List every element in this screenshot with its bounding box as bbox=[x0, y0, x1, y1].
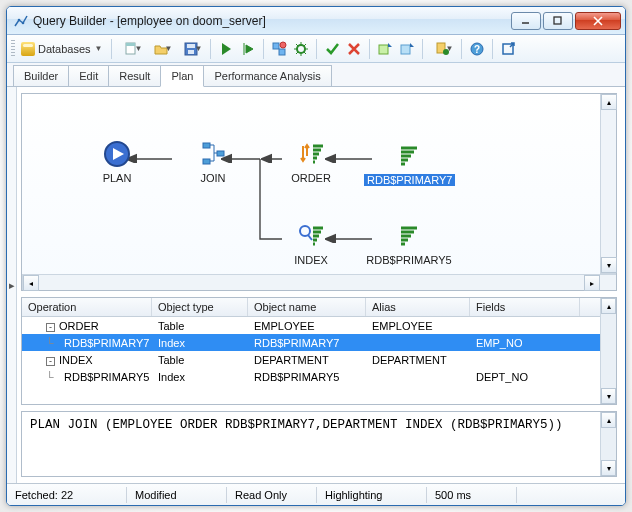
status-readonly: Read Only bbox=[227, 487, 317, 503]
plan-grid: Operation Object type Object name Alias … bbox=[21, 297, 617, 405]
rdbprimary5-node-label: RDB$PRIMARY5 bbox=[364, 254, 454, 266]
run-button[interactable] bbox=[216, 39, 236, 59]
svg-rect-25 bbox=[203, 143, 210, 148]
svg-point-12 bbox=[297, 45, 305, 53]
order-node-label: ORDER bbox=[266, 172, 356, 184]
app-icon bbox=[13, 13, 29, 29]
col-object-name[interactable]: Object name bbox=[248, 298, 366, 316]
plan-node-join[interactable]: JOIN bbox=[168, 140, 258, 184]
vertical-splitter[interactable]: ▸ bbox=[7, 87, 17, 483]
run-current-button[interactable] bbox=[238, 39, 258, 59]
table-row[interactable]: -ORDERTableEMPLOYEEEMPLOYEE bbox=[22, 317, 600, 334]
table-row[interactable]: └ RDB$PRIMARY7IndexRDB$PRIMARY7EMP_NO bbox=[22, 334, 600, 351]
sql-vscrollbar[interactable]: ▴▾ bbox=[600, 412, 616, 476]
svg-rect-9 bbox=[273, 43, 279, 49]
plan-node-plan[interactable]: PLAN bbox=[72, 140, 162, 184]
minimize-button[interactable] bbox=[511, 12, 541, 30]
window-title: Query Builder - [employee on doom_server… bbox=[33, 14, 509, 28]
svg-rect-3 bbox=[554, 17, 561, 24]
svg-point-0 bbox=[18, 18, 21, 21]
databases-dropdown[interactable]: Databases ▼ bbox=[19, 42, 106, 56]
maximize-button[interactable] bbox=[543, 12, 573, 30]
status-modified: Modified bbox=[127, 487, 227, 503]
status-highlighting: Highlighting bbox=[317, 487, 427, 503]
tab-builder[interactable]: Builder bbox=[13, 65, 69, 86]
svg-rect-13 bbox=[379, 45, 388, 54]
status-fetched: Fetched: 22 bbox=[7, 487, 127, 503]
svg-text:?: ? bbox=[473, 44, 479, 55]
toolbar: Databases ▼ ▼ ▼ ▼ ▼ ? bbox=[7, 35, 625, 63]
tab-edit[interactable]: Edit bbox=[68, 65, 109, 86]
tabstrip: Builder Edit Result Plan Performance Ana… bbox=[7, 63, 625, 87]
svg-rect-27 bbox=[217, 151, 224, 156]
join-icon bbox=[199, 140, 227, 168]
col-operation[interactable]: Operation bbox=[22, 298, 152, 316]
plan-node-rdbprimary7[interactable]: RDB$PRIMARY7 bbox=[364, 142, 454, 186]
plan-icon bbox=[103, 140, 131, 168]
index-stat-icon bbox=[395, 142, 423, 170]
tool-button-1[interactable] bbox=[269, 39, 289, 59]
restore-window-button[interactable] bbox=[498, 39, 518, 59]
index-node-label: INDEX bbox=[266, 254, 356, 266]
svg-rect-10 bbox=[279, 49, 285, 55]
table-row[interactable]: -INDEXTableDEPARTMENTDEPARTMENT bbox=[22, 351, 600, 368]
col-object-type[interactable]: Object type bbox=[152, 298, 248, 316]
diagram-hscrollbar[interactable]: ◂ ▸ bbox=[22, 274, 616, 290]
plan-node-index[interactable]: INDEX bbox=[266, 222, 356, 266]
svg-point-11 bbox=[280, 42, 286, 48]
status-spacer bbox=[517, 493, 625, 497]
database-icon bbox=[21, 42, 35, 56]
grid-vscrollbar[interactable]: ▴▾ bbox=[600, 298, 616, 404]
col-fields[interactable]: Fields bbox=[470, 298, 580, 316]
grid-body[interactable]: -ORDERTableEMPLOYEEEMPLOYEE└ RDB$PRIMARY… bbox=[22, 317, 600, 385]
col-alias[interactable]: Alias bbox=[366, 298, 470, 316]
svg-line-29 bbox=[308, 235, 312, 240]
svg-point-1 bbox=[22, 21, 25, 24]
titlebar: Query Builder - [employee on doom_server… bbox=[7, 7, 625, 35]
plan-node-label: PLAN bbox=[72, 172, 162, 184]
rdbprimary7-node-label: RDB$PRIMARY7 bbox=[364, 174, 455, 186]
diagram-vscrollbar[interactable]: ▴ ▾ bbox=[600, 94, 616, 274]
tab-result[interactable]: Result bbox=[108, 65, 161, 86]
statusbar: Fetched: 22 Modified Read Only Highlight… bbox=[7, 483, 625, 505]
help-button[interactable]: ? bbox=[467, 39, 487, 59]
favorites-button[interactable]: ▼ bbox=[428, 39, 456, 59]
plan-node-rdbprimary5[interactable]: RDB$PRIMARY5 bbox=[364, 222, 454, 266]
status-time: 500 ms bbox=[427, 487, 517, 503]
join-node-label: JOIN bbox=[168, 172, 258, 184]
plan-node-order[interactable]: ORDER bbox=[266, 140, 356, 184]
app-window: Query Builder - [employee on doom_server… bbox=[6, 6, 626, 506]
plan-diagram[interactable]: PLAN JOIN ORDER RDB$PRIMARY7 bbox=[21, 93, 617, 291]
grid-header: Operation Object type Object name Alias … bbox=[22, 298, 600, 317]
index-stat-icon-2 bbox=[395, 222, 423, 250]
tab-plan[interactable]: Plan bbox=[160, 65, 204, 87]
workarea: ▸ PLAN JOIN bbox=[7, 87, 625, 483]
rollback-button[interactable] bbox=[344, 39, 364, 59]
export-button-2[interactable] bbox=[397, 39, 417, 59]
svg-rect-26 bbox=[203, 159, 210, 164]
index-icon bbox=[297, 222, 325, 250]
svg-rect-14 bbox=[401, 45, 410, 54]
sql-plan-panel: PLAN JOIN (EMPLOYEE ORDER RDB$PRIMARY7,D… bbox=[21, 411, 617, 477]
toolbar-grip[interactable] bbox=[11, 40, 15, 58]
close-button[interactable] bbox=[575, 12, 621, 30]
tab-performance[interactable]: Performance Analysis bbox=[203, 65, 331, 86]
new-query-button[interactable]: ▼ bbox=[117, 39, 145, 59]
export-button-1[interactable] bbox=[375, 39, 395, 59]
table-row[interactable]: └ RDB$PRIMARY5IndexRDB$PRIMARY5DEPT_NO bbox=[22, 368, 600, 385]
svg-point-28 bbox=[300, 226, 310, 236]
tool-settings-button[interactable] bbox=[291, 39, 311, 59]
databases-label: Databases bbox=[38, 43, 91, 55]
save-button[interactable]: ▼ bbox=[177, 39, 205, 59]
sql-plan-text[interactable]: PLAN JOIN (EMPLOYEE ORDER RDB$PRIMARY7,D… bbox=[22, 412, 600, 476]
chevron-down-icon: ▼ bbox=[94, 44, 104, 53]
open-button[interactable]: ▼ bbox=[147, 39, 175, 59]
commit-button[interactable] bbox=[322, 39, 342, 59]
order-icon bbox=[297, 140, 325, 168]
